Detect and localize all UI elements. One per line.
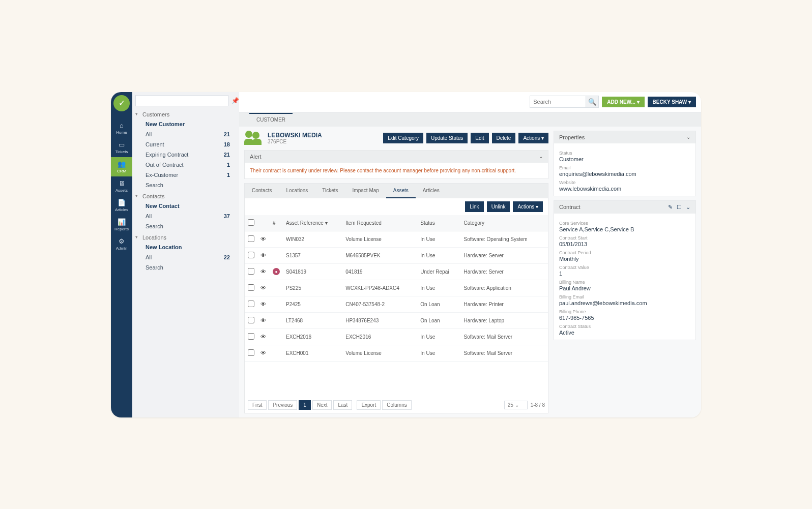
sidebar-link-label: Out of Contract	[146, 162, 184, 168]
view-icon[interactable]: 👁	[260, 301, 266, 307]
sidebar-link[interactable]: Ex-Customer1	[132, 170, 239, 180]
row-checkbox[interactable]	[248, 284, 254, 291]
edit-category-button[interactable]: Edit Category	[383, 133, 423, 143]
rail-label: CRM	[117, 169, 126, 173]
col-item[interactable]: Item Requested	[342, 215, 417, 231]
asset-actions-button[interactable]: Actions ▾	[513, 201, 543, 212]
chevron-down-icon[interactable]: ⌄	[686, 204, 690, 211]
rail-item-home[interactable]: ⌂Home	[111, 118, 132, 138]
sidebar-link-label: New Contact	[146, 203, 180, 209]
sidebar-section-contacts[interactable]: Contacts	[132, 190, 239, 201]
sidebar-section-locations[interactable]: Locations	[132, 231, 239, 242]
sidebar-link-count: 21	[224, 131, 230, 137]
rail-label: Reports	[114, 227, 129, 231]
sidebar-link[interactable]: All22	[132, 252, 239, 262]
pager-last[interactable]: Last	[333, 400, 352, 410]
global-search-button[interactable]: 🔍	[586, 96, 599, 108]
subtab-articles[interactable]: Articles	[416, 184, 447, 198]
cell-ref: LT2468	[283, 312, 342, 328]
sidebar-link[interactable]: All37	[132, 211, 239, 221]
view-icon[interactable]: 👁	[260, 350, 266, 356]
sidebar-link[interactable]: Expiring Contract21	[132, 149, 239, 160]
sidebar-link[interactable]: Search	[132, 262, 239, 273]
actions-button[interactable]: Actions ▾	[518, 133, 548, 143]
view-icon[interactable]: 👁	[260, 268, 266, 275]
sidebar-search-input[interactable]	[135, 95, 228, 106]
view-icon[interactable]: 👁	[260, 252, 266, 258]
rail-item-assets[interactable]: 🖥Assets	[111, 176, 132, 196]
rail-item-crm[interactable]: 👥CRM	[111, 157, 132, 176]
sidebar-section-customers[interactable]: Customers	[132, 108, 239, 119]
sidebar-link[interactable]: Search	[132, 180, 239, 190]
prop-value: www.lebowskimedia.com	[559, 186, 690, 192]
nav-rail: ✓ ⌂Home▭Tickets👥CRM🖥Assets📄Articles📊Repo…	[111, 92, 132, 417]
rail-item-reports[interactable]: 📊Reports	[111, 215, 132, 234]
pager-columns[interactable]: Columns	[382, 400, 411, 410]
edit-square-icon[interactable]: ☐	[677, 204, 682, 211]
tab-customer[interactable]: CUSTOMER	[249, 113, 293, 126]
pager-page[interactable]: 1	[299, 400, 311, 410]
rail-item-tickets[interactable]: ▭Tickets	[111, 138, 132, 157]
subtab-contacts[interactable]: Contacts	[245, 184, 279, 198]
delete-button[interactable]: Delete	[492, 133, 516, 143]
col-category[interactable]: Category	[461, 215, 548, 231]
rail-item-articles[interactable]: 📄Articles	[111, 196, 132, 215]
pin-icon[interactable]: 📌	[231, 97, 239, 104]
link-button[interactable]: Link	[465, 201, 483, 212]
prop-label: Email	[559, 165, 690, 170]
sidebar-link-count: 1	[227, 162, 230, 168]
cell-item: Volume License	[342, 231, 417, 247]
update-status-button[interactable]: Update Status	[426, 133, 468, 143]
col-status[interactable]: Status	[417, 215, 460, 231]
select-all-checkbox[interactable]	[248, 219, 254, 226]
subtab-impact-map[interactable]: Impact Map	[345, 184, 386, 198]
per-page-select[interactable]: 25 ⌄	[504, 401, 528, 409]
global-search-input[interactable]	[530, 96, 586, 108]
row-checkbox[interactable]	[248, 252, 254, 258]
sidebar-link-count: 21	[224, 152, 230, 158]
sidebar-link[interactable]: Out of Contract1	[132, 160, 239, 170]
sidebar-link[interactable]: All21	[132, 129, 239, 139]
chevron-down-icon[interactable]: ⌄	[539, 154, 543, 159]
user-menu-button[interactable]: BECKY SHAW ▾	[648, 97, 696, 107]
rail-item-admin[interactable]: ⚙Admin	[111, 234, 132, 254]
sidebar-link[interactable]: New Location	[132, 242, 239, 252]
view-icon[interactable]: 👁	[260, 236, 266, 242]
view-icon[interactable]: 👁	[260, 285, 266, 291]
pager-next[interactable]: Next	[312, 400, 332, 410]
pager-prev[interactable]: Previous	[268, 400, 297, 410]
cell-item: 041819	[342, 263, 417, 280]
row-checkbox[interactable]	[248, 268, 254, 275]
add-new-button[interactable]: ADD NEW... ▾	[602, 97, 644, 107]
col-asset-ref[interactable]: Asset Reference ▾	[283, 215, 342, 231]
row-checkbox[interactable]	[248, 301, 254, 307]
subtab-assets[interactable]: Assets	[386, 184, 416, 198]
rail-label: Assets	[115, 188, 128, 193]
sidebar-link[interactable]: Search	[132, 221, 239, 231]
sidebar-link[interactable]: New Contact	[132, 201, 239, 211]
table-row: 👁 S1357 M646585PVEK In Use Hardware: Ser…	[245, 247, 548, 263]
pager-first[interactable]: First	[248, 400, 267, 410]
cell-ref: EXCH001	[283, 345, 342, 361]
edit-button[interactable]: Edit	[471, 133, 488, 143]
pencil-icon[interactable]: ✎	[668, 204, 673, 211]
subtab-locations[interactable]: Locations	[279, 184, 315, 198]
pager-export[interactable]: Export	[357, 400, 381, 410]
row-checkbox[interactable]	[248, 317, 254, 323]
sidebar-link[interactable]: New Customer	[132, 119, 239, 129]
prop-label: Contract Status	[559, 324, 690, 329]
col-hash[interactable]: #	[270, 215, 283, 231]
chevron-down-icon[interactable]: ⌄	[686, 134, 690, 140]
subtabs: ContactsLocationsTicketsImpact MapAssets…	[245, 184, 548, 198]
unlink-button[interactable]: Unlink	[487, 201, 510, 212]
sidebar-link[interactable]: Current18	[132, 139, 239, 149]
cell-status: In Use	[417, 328, 460, 345]
view-icon[interactable]: 👁	[260, 317, 266, 323]
row-checkbox[interactable]	[248, 349, 254, 356]
sidebar-link-count: 18	[224, 141, 230, 147]
view-icon[interactable]: 👁	[260, 334, 266, 340]
subtab-tickets[interactable]: Tickets	[315, 184, 345, 198]
row-checkbox[interactable]	[248, 235, 254, 242]
row-checkbox[interactable]	[248, 333, 254, 340]
cell-item: WCXKL-PP248-ADXC4	[342, 280, 417, 296]
